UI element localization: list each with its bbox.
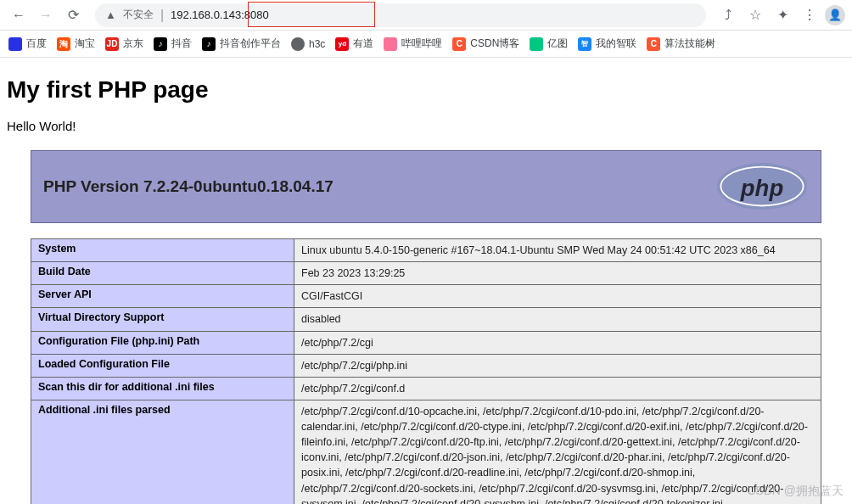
- profile-avatar[interactable]: 👤: [825, 5, 845, 25]
- table-value: Feb 23 2023 13:29:25: [294, 262, 821, 285]
- page-title: My first PHP page: [7, 76, 845, 104]
- bookmark-icon: JD: [105, 37, 119, 51]
- bookmark-item[interactable]: 智我的智联: [578, 36, 636, 51]
- bookmark-label: 淘宝: [75, 36, 95, 51]
- table-key: Loaded Configuration File: [31, 354, 294, 377]
- table-row: Additional .ini files parsed/etc/php/7.2…: [31, 400, 821, 504]
- bookmark-icon: [384, 37, 397, 51]
- bookmark-item[interactable]: 淘淘宝: [57, 36, 95, 51]
- bookmark-icon: yd: [335, 37, 349, 51]
- bookmark-icon: C: [647, 37, 660, 51]
- table-key: Configuration File (php.ini) Path: [31, 331, 294, 354]
- forward-button[interactable]: →: [34, 3, 58, 27]
- browser-toolbar: ← → ⟳ ▲ 不安全 | 192.168.0.143:8080 ⤴ ☆ ✦ ⋮…: [0, 0, 852, 31]
- bookmark-icon: [291, 37, 305, 51]
- menu-icon[interactable]: ⋮: [798, 3, 821, 27]
- bookmark-item[interactable]: 哔哩哔哩: [384, 36, 442, 51]
- bookmark-label: 抖音: [171, 36, 192, 51]
- table-key: Virtual Directory Support: [31, 308, 294, 331]
- bookmark-item[interactable]: ♪抖音创作平台: [202, 36, 281, 51]
- extensions-icon[interactable]: ✦: [771, 3, 794, 27]
- url-text: 192.168.0.143:8080: [171, 8, 696, 21]
- bookmark-item[interactable]: JD京东: [105, 36, 143, 51]
- table-row: Build DateFeb 23 2023 13:29:25: [31, 262, 821, 285]
- table-value: /etc/php/7.2/cgi: [294, 331, 821, 354]
- warning-icon: ▲: [105, 8, 116, 21]
- table-value: /etc/php/7.2/cgi/conf.d: [294, 377, 821, 400]
- php-logo: php: [715, 161, 809, 212]
- bookmark-item[interactable]: ♪抖音: [154, 36, 192, 51]
- bookmark-icon: [8, 37, 22, 51]
- back-button[interactable]: ←: [7, 3, 31, 27]
- bookmark-label: CSDN博客: [470, 36, 519, 51]
- bookmark-icon: ♪: [202, 37, 216, 51]
- star-icon[interactable]: ☆: [743, 3, 767, 27]
- bookmark-item[interactable]: C算法技能树: [647, 36, 715, 51]
- bookmark-icon: [530, 37, 543, 51]
- table-key: System: [31, 239, 294, 262]
- table-value: /etc/php/7.2/cgi/conf.d/10-opcache.ini, …: [294, 400, 821, 504]
- table-value: disabled: [294, 308, 821, 331]
- page-content: My first PHP page Hello World! PHP Versi…: [0, 58, 852, 504]
- table-row: Scan this dir for additional .ini files/…: [31, 377, 821, 400]
- bookmark-item[interactable]: CCSDN博客: [452, 36, 519, 51]
- bookmark-label: 亿图: [547, 36, 568, 51]
- address-bar[interactable]: ▲ 不安全 | 192.168.0.143:8080: [95, 3, 706, 27]
- bookmark-icon: ♪: [154, 37, 167, 51]
- share-icon[interactable]: ⤴: [716, 3, 740, 27]
- table-row: Server APICGI/FastCGI: [31, 285, 821, 308]
- bookmark-label: 有道: [353, 36, 373, 51]
- table-key: Additional .ini files parsed: [31, 400, 294, 504]
- table-row: SystemLinux ubuntu 5.4.0-150-generic #16…: [31, 239, 821, 262]
- bookmark-label: 哔哩哔哩: [401, 36, 442, 51]
- bookmark-label: h3c: [309, 38, 325, 50]
- bookmark-item[interactable]: h3c: [291, 37, 325, 51]
- bookmark-item[interactable]: yd有道: [335, 36, 373, 51]
- table-row: Loaded Configuration File/etc/php/7.2/cg…: [31, 354, 821, 377]
- table-key: Scan this dir for additional .ini files: [31, 377, 294, 400]
- table-value: /etc/php/7.2/cgi/php.ini: [294, 354, 821, 377]
- table-row: Virtual Directory Supportdisabled: [31, 308, 821, 331]
- bookmark-icon: 智: [578, 37, 591, 51]
- bookmark-label: 百度: [26, 36, 47, 51]
- table-key: Build Date: [31, 262, 294, 285]
- table-value: Linux ubuntu 5.4.0-150-generic #167~18.0…: [294, 239, 821, 262]
- bookmark-label: 算法技能树: [664, 36, 715, 51]
- phpinfo-table: SystemLinux ubuntu 5.4.0-150-generic #16…: [31, 238, 821, 504]
- bookmarks-bar: 百度淘淘宝JD京东♪抖音♪抖音创作平台h3cyd有道哔哩哔哩CCSDN博客亿图智…: [0, 31, 852, 58]
- bookmark-item[interactable]: 百度: [8, 36, 47, 51]
- bookmark-icon: C: [452, 37, 466, 51]
- bookmark-label: 我的智联: [596, 36, 636, 51]
- hello-text: Hello World!: [7, 119, 845, 133]
- table-row: Configuration File (php.ini) Path/etc/ph…: [31, 331, 821, 354]
- insecure-label: 不安全: [123, 8, 154, 22]
- table-value: CGI/FastCGI: [294, 285, 821, 308]
- bookmark-label: 抖音创作平台: [220, 36, 281, 51]
- php-header: PHP Version 7.2.24-0ubuntu0.18.04.17 php: [31, 150, 821, 223]
- bookmark-label: 京东: [123, 36, 143, 51]
- bookmark-icon: 淘: [57, 37, 70, 51]
- reload-button[interactable]: ⟳: [61, 3, 85, 27]
- table-key: Server API: [31, 285, 294, 308]
- svg-text:php: php: [740, 175, 783, 201]
- php-version-label: PHP Version 7.2.24-0ubuntu0.18.04.17: [43, 177, 334, 196]
- bookmark-item[interactable]: 亿图: [530, 36, 568, 51]
